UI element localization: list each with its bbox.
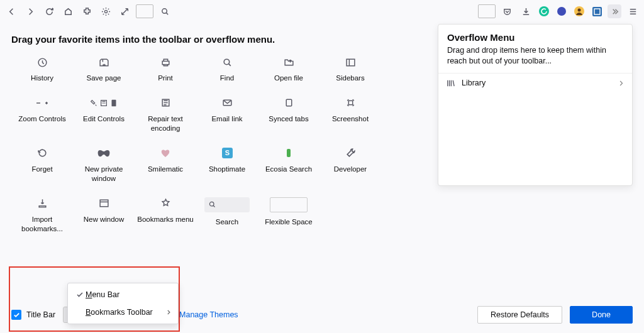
- print-icon: [160, 56, 171, 68]
- svg-rect-21: [100, 200, 108, 207]
- extensions-icon[interactable]: [79, 4, 94, 19]
- item-shoptimate[interactable]: SShoptimate: [196, 147, 258, 183]
- download-icon[interactable]: [518, 4, 533, 19]
- flexspace-preview: [270, 197, 308, 212]
- browser-toolbar: [0, 0, 644, 23]
- item-open-file[interactable]: Open file: [258, 56, 319, 83]
- svg-point-10: [224, 59, 230, 65]
- svg-rect-16: [286, 100, 292, 107]
- item-newwin[interactable]: New window: [73, 197, 135, 234]
- svg-point-22: [209, 202, 214, 207]
- toolbar-placeholder-right[interactable]: [478, 4, 496, 18]
- item-developer[interactable]: Developer: [319, 147, 381, 183]
- item-flex-space[interactable]: Flexible Space: [258, 197, 319, 234]
- dev-icon: [345, 147, 356, 160]
- svg-rect-6: [592, 7, 602, 16]
- library-icon: [446, 79, 455, 88]
- menu-item-menubar[interactable]: Menu Bar: [68, 286, 178, 303]
- simplenote-icon[interactable]: [555, 4, 569, 18]
- titlebar-checkbox[interactable]: Title Bar: [11, 310, 55, 320]
- item-bookmarks[interactable]: Bookmarks menu: [135, 197, 196, 234]
- save-icon: [99, 56, 109, 68]
- svg-point-5: [578, 9, 581, 12]
- fullscreen-icon[interactable]: [117, 4, 132, 19]
- item-synced[interactable]: Synced tabs: [258, 97, 319, 133]
- item-edit[interactable]: Edit Controls: [73, 97, 135, 133]
- zoom-icon: [35, 97, 49, 109]
- private-icon: [97, 147, 110, 160]
- import-icon: [37, 197, 48, 210]
- svg-text:S: S: [225, 149, 229, 156]
- item-private[interactable]: New private window: [73, 147, 135, 183]
- overflow-item-library[interactable]: Library: [438, 74, 632, 93]
- manage-themes-link[interactable]: Manage Themes: [179, 310, 238, 319]
- svg-point-1: [162, 8, 167, 13]
- reload-icon[interactable]: [42, 4, 57, 19]
- svg-rect-13: [112, 100, 116, 107]
- avatar-icon[interactable]: [572, 4, 586, 18]
- find-icon: [222, 56, 233, 68]
- settings-icon[interactable]: [98, 4, 113, 19]
- sidebars-icon: [345, 56, 356, 68]
- synced-icon: [284, 97, 294, 109]
- toolbar-placeholder[interactable]: [136, 4, 153, 18]
- svg-rect-17: [348, 101, 352, 105]
- forward-icon[interactable]: [23, 4, 38, 19]
- check-icon: [74, 291, 86, 298]
- titlebar-label: Title Bar: [26, 310, 55, 319]
- overflow-desc: Drag and drop items here to keep them wi…: [447, 45, 623, 67]
- repair-icon: [160, 97, 171, 109]
- overflow-panel: Overflow Menu Drag and drop items here t…: [438, 24, 633, 186]
- search-icon[interactable]: [157, 4, 172, 19]
- search-preview: [204, 197, 250, 212]
- svg-point-2: [539, 6, 549, 16]
- menu-item-bookmarks-toolbar[interactable]: Bookmarks Toolbar: [68, 303, 178, 321]
- openfile-icon: [284, 56, 294, 68]
- item-history[interactable]: History: [11, 56, 73, 83]
- chevron-right-icon: [165, 309, 172, 315]
- item-save-page[interactable]: Save page: [73, 56, 135, 83]
- shop-icon: S: [222, 147, 233, 160]
- svg-rect-11: [347, 59, 355, 66]
- svg-rect-20: [287, 149, 291, 157]
- item-smilematic[interactable]: Smilematic: [135, 147, 196, 183]
- back-icon[interactable]: [4, 4, 19, 19]
- done-button[interactable]: Done: [570, 306, 633, 324]
- ecosia-icon: [285, 147, 292, 160]
- bookmarks-icon: [160, 197, 171, 210]
- item-zoom[interactable]: Zoom Controls: [11, 97, 73, 133]
- item-ecosia[interactable]: Ecosia Search: [258, 147, 319, 183]
- checkbox-checked-icon: [11, 310, 21, 320]
- item-search[interactable]: Search: [196, 197, 258, 234]
- overflow-icon[interactable]: [608, 4, 621, 18]
- svg-point-0: [104, 10, 107, 13]
- toolbars-menu: Menu Bar Bookmarks Toolbar: [67, 283, 179, 324]
- chevron-right-icon: [618, 80, 625, 87]
- grammarly-icon[interactable]: [537, 4, 551, 18]
- item-forget[interactable]: Forget: [11, 147, 73, 183]
- newwin-icon: [99, 197, 109, 210]
- hamburger-icon[interactable]: [625, 4, 640, 19]
- email-icon: [222, 97, 233, 109]
- svg-point-3: [557, 7, 566, 16]
- overflow-item-label: Library: [462, 79, 486, 87]
- forget-icon: [37, 147, 48, 160]
- edit-icon: [89, 97, 118, 109]
- item-email[interactable]: Email link: [196, 97, 258, 133]
- item-screenshot[interactable]: Screenshot: [319, 97, 381, 133]
- smile-icon: [160, 147, 170, 160]
- item-repair[interactable]: Repair text encoding: [135, 97, 196, 133]
- screenshot-icon: [345, 97, 356, 109]
- item-import[interactable]: Import bookmarks...: [11, 197, 73, 234]
- item-find[interactable]: Find: [196, 56, 258, 83]
- home-icon[interactable]: [60, 4, 75, 19]
- item-sidebars[interactable]: Sidebars: [319, 56, 381, 83]
- svg-rect-9: [162, 61, 169, 64]
- item-print[interactable]: Print: [135, 56, 196, 83]
- pocket-icon[interactable]: [499, 4, 514, 19]
- screenshot-ext-icon[interactable]: [590, 4, 604, 18]
- history-icon: [37, 56, 48, 68]
- restore-defaults-button[interactable]: Restore Defaults: [477, 306, 562, 324]
- overflow-title: Overflow Menu: [447, 32, 623, 43]
